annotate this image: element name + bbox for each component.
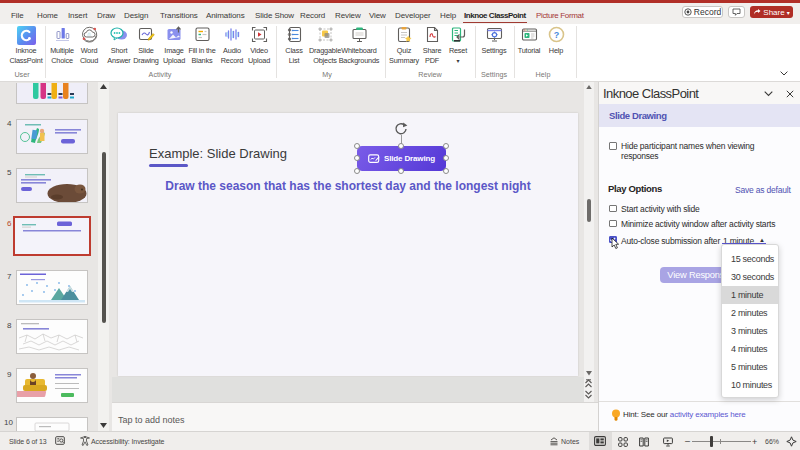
svg-text:?: ? xyxy=(554,30,560,40)
